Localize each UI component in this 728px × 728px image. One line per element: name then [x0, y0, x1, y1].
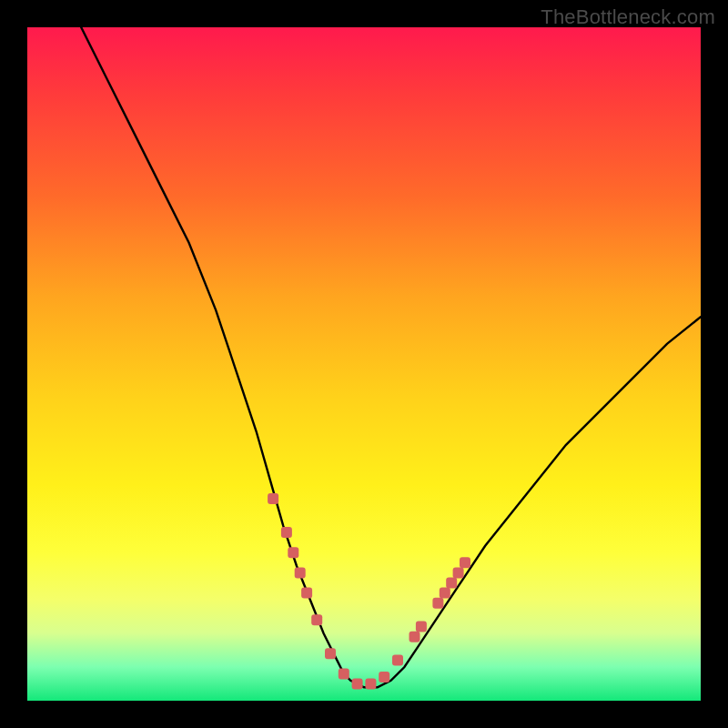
- plot-area: [27, 27, 701, 701]
- marker-point: [268, 493, 278, 504]
- marker-point: [460, 557, 470, 568]
- marker-point: [311, 614, 322, 625]
- bottleneck-curve: [81, 27, 701, 687]
- marker-point: [339, 668, 349, 679]
- marker-point: [301, 588, 312, 599]
- chart-frame: TheBottleneck.com: [0, 0, 728, 728]
- marker-group: [268, 493, 470, 690]
- marker-point: [416, 622, 427, 632]
- marker-point: [432, 598, 443, 609]
- marker-point: [392, 655, 403, 666]
- watermark-text: TheBottleneck.com: [541, 5, 715, 29]
- marker-point: [453, 567, 464, 578]
- marker-point: [281, 527, 292, 538]
- marker-point: [379, 672, 389, 682]
- marker-point: [446, 578, 457, 589]
- chart-svg: [27, 27, 701, 701]
- marker-point: [365, 679, 376, 690]
- marker-point: [325, 648, 336, 659]
- marker-point: [410, 632, 420, 642]
- marker-point: [288, 547, 298, 558]
- marker-point: [295, 567, 306, 578]
- marker-point: [352, 679, 363, 690]
- marker-point: [440, 588, 450, 599]
